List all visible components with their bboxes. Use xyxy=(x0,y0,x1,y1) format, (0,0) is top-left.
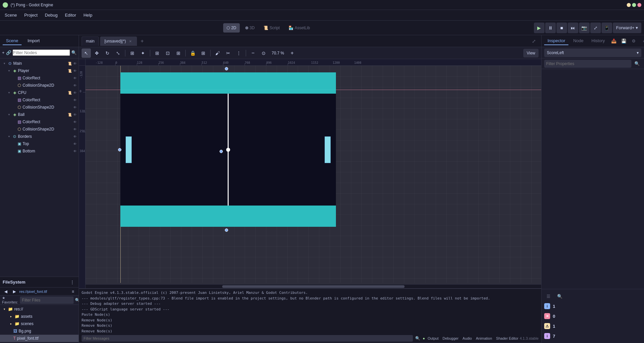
tree-item-ball[interactable]: ▾ ◈ Ball 📜 👁 xyxy=(0,111,79,118)
visibility-ball[interactable]: 👁 xyxy=(73,112,77,117)
transform-button[interactable]: ⊞ xyxy=(128,48,137,58)
visibility-colorrect2[interactable]: 👁 xyxy=(73,98,77,102)
tree-item-colorrect2[interactable]: ▸ ▧ ColorRect 👁 xyxy=(0,96,79,104)
view-2d-button[interactable]: ⬡ 2D xyxy=(223,23,239,33)
guides-button[interactable]: ⊞ xyxy=(174,48,183,58)
tree-item-borders[interactable]: ▾ ⊙ Borders 👁 xyxy=(0,133,79,140)
close-button[interactable] xyxy=(637,3,641,7)
fs-item-scenes[interactable]: ▸ 📁 scenes xyxy=(0,320,79,327)
tree-arrow-main[interactable]: ▾ xyxy=(2,61,7,66)
menu-help[interactable]: Help xyxy=(80,11,96,19)
tree-item-main[interactable]: ▾ ⊙ Main 📜 👁 xyxy=(0,60,79,67)
fs-forward-button[interactable]: ▶ xyxy=(11,288,18,295)
canvas-scrollbar-h[interactable] xyxy=(86,284,541,288)
view-dropdown-button[interactable]: View xyxy=(523,49,539,57)
move-tool-button[interactable]: ✥ xyxy=(92,48,101,58)
zoom-reset-button[interactable]: ⊙ xyxy=(259,48,268,58)
snap-button[interactable]: ⊞ xyxy=(153,48,162,58)
more-ed-button[interactable]: ⋮ xyxy=(234,48,243,58)
fs-menu-button[interactable]: ⋮ xyxy=(69,279,76,286)
visibility-collision1[interactable]: 👁 xyxy=(73,83,77,88)
fs-hamburger-button[interactable]: ≡ xyxy=(69,288,77,295)
deploy-button[interactable]: 📱 xyxy=(602,23,612,33)
filter-properties-input[interactable] xyxy=(544,60,631,68)
search-node-button[interactable]: 🔍 xyxy=(71,48,77,57)
visibility-bottom[interactable]: 👁 xyxy=(73,149,77,153)
maximize-button[interactable] xyxy=(632,3,636,7)
filter-search-button[interactable]: 🔍 xyxy=(414,335,421,342)
inspector-nav-left[interactable]: ‹ xyxy=(639,37,644,45)
tree-item-colorrect1[interactable]: ▸ ▧ ColorRect 👁 xyxy=(0,74,79,82)
search-bottom-button[interactable]: 🔍 xyxy=(555,292,564,300)
canvas-viewport[interactable] xyxy=(86,66,541,283)
script-button[interactable]: 📜 Script xyxy=(260,23,283,33)
menu-editor[interactable]: Editor xyxy=(62,11,80,19)
minimize-button[interactable] xyxy=(627,3,631,7)
pause-button[interactable]: ⏸ xyxy=(545,23,556,33)
play-button[interactable]: ▶ xyxy=(534,23,545,33)
tab-node[interactable]: Node xyxy=(570,37,587,45)
node-type-dropdown[interactable]: ScoreLeft ▾ xyxy=(544,48,641,57)
scale-tool-button[interactable]: ⤡ xyxy=(113,48,123,58)
canvas-scrollbar-thumb-h[interactable] xyxy=(222,285,405,288)
inspector-gear-button[interactable]: ⚙ xyxy=(629,37,638,45)
bone-tool-button[interactable]: ✦ xyxy=(138,48,148,58)
tab-inspector[interactable]: Inspector xyxy=(544,37,568,45)
fs-back-button[interactable]: ◀ xyxy=(2,288,9,295)
tree-item-cpu[interactable]: ▾ ◈ CPU 📜 👁 xyxy=(0,89,79,96)
visibility-borders[interactable]: 👁 xyxy=(73,134,77,139)
menu-project[interactable]: Project xyxy=(21,11,41,19)
tree-item-player[interactable]: ▾ ◈ Player 📜 👁 xyxy=(0,67,79,74)
select-tool-button[interactable]: ↖ xyxy=(82,48,91,58)
tree-item-collision2[interactable]: ▸ ⬡ CollisionShape2D 👁 xyxy=(0,104,79,111)
visibility-player[interactable]: 👁 xyxy=(73,68,77,73)
tab-main[interactable]: main xyxy=(82,37,99,46)
save-scene-button[interactable]: 💾 xyxy=(619,37,628,45)
filter-nodes-input[interactable] xyxy=(13,49,70,56)
import-scene-button[interactable]: 📥 xyxy=(610,37,618,45)
filter-props-search-button[interactable]: 🔍 xyxy=(633,59,641,68)
tree-item-collision1[interactable]: ▸ ⬡ CollisionShape2D 👁 xyxy=(0,82,79,89)
add-node-button[interactable]: + xyxy=(2,48,5,57)
fs-item-pixel-font[interactable]: T pixel_font.ttf xyxy=(0,335,79,342)
visibility-colorrect3[interactable]: 👁 xyxy=(73,120,77,124)
lock-button[interactable]: 🔒 xyxy=(188,48,197,58)
list-view-button[interactable]: ☰ xyxy=(544,292,553,300)
expand-button[interactable]: ⤢ xyxy=(590,23,601,33)
filter-files-input[interactable] xyxy=(20,297,74,304)
tree-item-collision3[interactable]: ▸ ⬡ CollisionShape2D 👁 xyxy=(0,126,79,133)
paint-button[interactable]: 🖌 xyxy=(213,48,222,58)
menu-debug[interactable]: Debug xyxy=(41,11,61,19)
tab-scene[interactable]: Scene xyxy=(3,37,22,45)
step-button[interactable]: ⏭ xyxy=(568,23,578,33)
add-tab-button[interactable]: + xyxy=(138,37,146,45)
zoom-in-button[interactable]: + xyxy=(288,48,297,58)
debug-camera-button[interactable]: 📷 xyxy=(579,23,590,33)
tree-arrow-player[interactable]: ▾ xyxy=(7,68,11,73)
rotate-tool-button[interactable]: ↻ xyxy=(103,48,112,58)
visibility-top[interactable]: 👁 xyxy=(73,141,77,146)
link-node-button[interactable]: 🔗 xyxy=(6,48,11,57)
menu-scene[interactable]: Scene xyxy=(1,11,20,19)
assetlib-button[interactable]: 🏪 AssetLib xyxy=(285,23,313,33)
visibility-cpu[interactable]: 👁 xyxy=(73,90,77,95)
tree-arrow-borders[interactable]: ▾ xyxy=(7,134,11,139)
tree-arrow-ball[interactable]: ▾ xyxy=(7,112,11,117)
fs-item-res[interactable]: ▾ 📁 res:// xyxy=(0,305,79,313)
visibility-collision3[interactable]: 👁 xyxy=(73,127,77,131)
maximize-editor-button[interactable]: ⤢ xyxy=(529,37,539,46)
tab-close-button[interactable]: ✕ xyxy=(128,39,133,43)
tab-unsaved[interactable]: [unsaved](*) ✕ xyxy=(100,37,137,46)
fs-item-assets[interactable]: ▸ 📁 assets xyxy=(0,313,79,320)
group-button[interactable]: ⊞ xyxy=(199,48,208,58)
zoom-out-button[interactable]: − xyxy=(248,48,258,58)
view-3d-button[interactable]: ⬢ 3D xyxy=(242,23,258,33)
tab-import[interactable]: Import xyxy=(24,37,43,45)
filter-messages-input[interactable] xyxy=(82,335,413,342)
visibility-colorrect1[interactable]: 👁 xyxy=(73,76,77,80)
renderer-dropdown[interactable]: Forward+ ▾ xyxy=(613,23,641,33)
scissor-button[interactable]: ✂ xyxy=(224,48,233,58)
tree-item-colorrect3[interactable]: ▸ ▧ ColorRect 👁 xyxy=(0,118,79,126)
tree-item-bottom[interactable]: ▸ ▣ Bottom 👁 xyxy=(0,147,79,155)
grid-button[interactable]: ⊡ xyxy=(163,48,172,58)
